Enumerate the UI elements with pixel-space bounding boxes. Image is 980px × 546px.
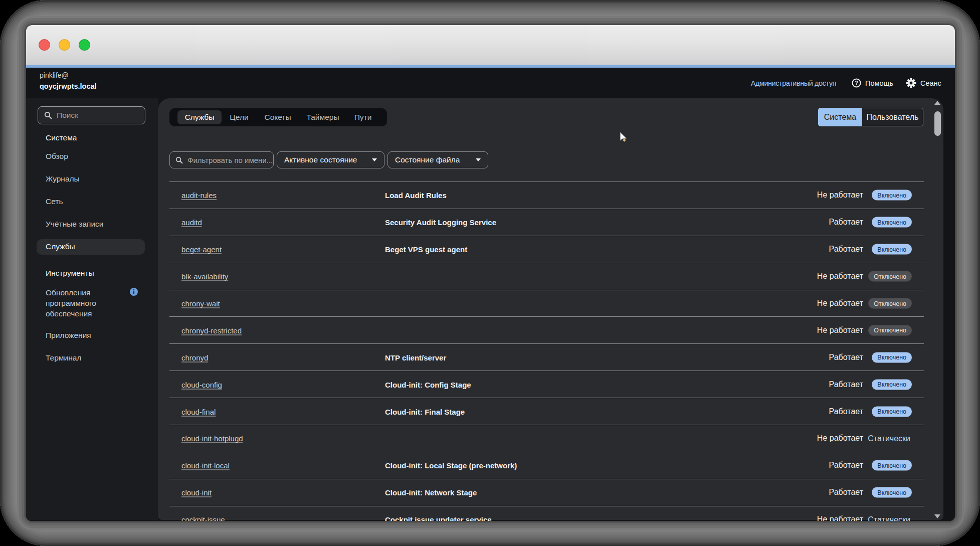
svg-text:?: ? <box>855 80 858 86</box>
